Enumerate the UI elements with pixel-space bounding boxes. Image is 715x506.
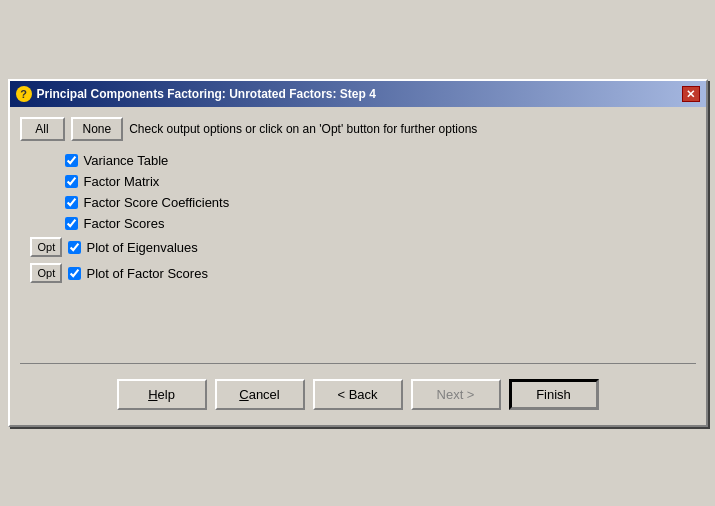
none-button[interactable]: None — [71, 117, 124, 141]
options-area: Variance Table Factor Matrix Factor Scor… — [20, 153, 696, 353]
plot-factor-scores-label: Plot of Factor Scores — [87, 266, 208, 281]
all-button[interactable]: All — [20, 117, 65, 141]
main-window: ? Principal Components Factoring: Unrota… — [8, 79, 708, 427]
back-button[interactable]: < Back — [313, 379, 403, 410]
back-label: < Back — [337, 387, 377, 402]
next-button[interactable]: Next > — [411, 379, 501, 410]
opt-eigenvalues-button[interactable]: Opt — [30, 237, 62, 257]
variance-table-checkbox[interactable] — [65, 154, 78, 167]
help-underline: HHelpelp — [148, 387, 175, 402]
cancel-label: Cancel — [239, 387, 279, 402]
help-button[interactable]: HHelpelp — [117, 379, 207, 410]
plot-eigenvalues-row: Opt Plot of Eigenvalues — [20, 237, 696, 257]
opt-factor-scores-button[interactable]: Opt — [30, 263, 62, 283]
variance-table-row: Variance Table — [20, 153, 696, 168]
variance-table-label: Variance Table — [84, 153, 169, 168]
window-title: Principal Components Factoring: Unrotate… — [37, 87, 376, 101]
divider — [20, 363, 696, 364]
next-label: Next > — [437, 387, 475, 402]
finish-label: Finish — [536, 387, 571, 402]
factor-scores-checkbox[interactable] — [65, 217, 78, 230]
factor-score-coefficients-checkbox[interactable] — [65, 196, 78, 209]
factor-score-coefficients-label: Factor Score Coefficients — [84, 195, 230, 210]
top-bar: All None Check output options or click o… — [20, 117, 696, 141]
close-button[interactable]: ✕ — [682, 86, 700, 102]
plot-factor-scores-row: Opt Plot of Factor Scores — [20, 263, 696, 283]
factor-score-coefficients-row: Factor Score Coefficients — [20, 195, 696, 210]
plot-factor-scores-checkbox[interactable] — [68, 267, 81, 280]
title-bar: ? Principal Components Factoring: Unrota… — [10, 81, 706, 107]
factor-matrix-row: Factor Matrix — [20, 174, 696, 189]
factor-scores-row: Factor Scores — [20, 216, 696, 231]
instruction-text: Check output options or click on an 'Opt… — [129, 122, 477, 136]
plot-eigenvalues-checkbox[interactable] — [68, 241, 81, 254]
bottom-buttons: HHelpelp Cancel < Back Next > Finish — [20, 374, 696, 415]
finish-button[interactable]: Finish — [509, 379, 599, 410]
title-bar-left: ? Principal Components Factoring: Unrota… — [16, 86, 376, 102]
factor-scores-label: Factor Scores — [84, 216, 165, 231]
opt-btn-container-2: Opt — [30, 263, 62, 283]
plot-eigenvalues-label: Plot of Eigenvalues — [87, 240, 198, 255]
opt-btn-container-1: Opt — [30, 237, 62, 257]
help-icon: ? — [16, 86, 32, 102]
factor-matrix-checkbox[interactable] — [65, 175, 78, 188]
factor-matrix-label: Factor Matrix — [84, 174, 160, 189]
cancel-button[interactable]: Cancel — [215, 379, 305, 410]
window-content: All None Check output options or click o… — [10, 107, 706, 425]
